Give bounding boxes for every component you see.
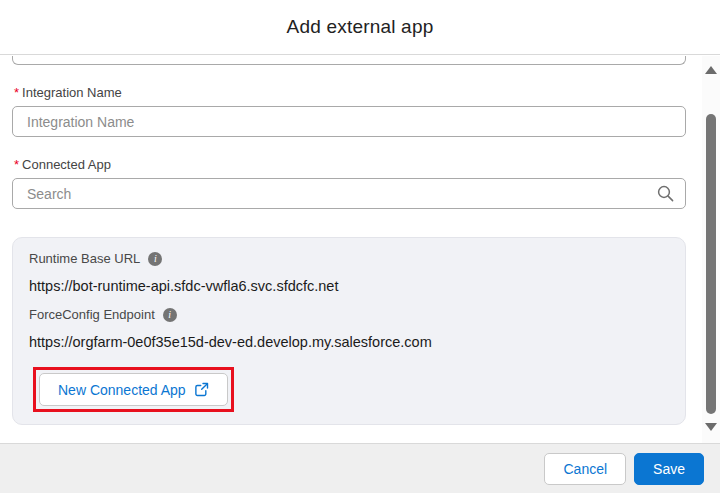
integration-name-label: *Integration Name — [14, 85, 686, 100]
runtime-base-url-value: https://bot-runtime-api.sfdc-vwfla6.svc.… — [29, 278, 669, 294]
connected-app-search-input[interactable] — [12, 178, 686, 209]
dialog-title: Add external app — [287, 16, 434, 38]
scroll-up-icon[interactable] — [705, 66, 717, 74]
dialog-footer: Cancel Save — [0, 443, 720, 493]
connected-app-label: *Connected App — [14, 157, 686, 172]
info-icon[interactable]: i — [148, 252, 162, 266]
vertical-scrollbar[interactable] — [702, 56, 720, 443]
dialog-header: Add external app — [0, 0, 720, 55]
cancel-button[interactable]: Cancel — [544, 453, 626, 485]
integration-name-label-text: Integration Name — [22, 85, 122, 100]
connected-app-info-panel: Runtime Base URL i https://bot-runtime-a… — [12, 237, 686, 425]
scroll-down-icon[interactable] — [705, 423, 717, 431]
forceconfig-endpoint-value: https://orgfarm-0e0f35e15d-dev-ed.develo… — [29, 334, 669, 350]
add-external-app-dialog: Add external app *Integration Name *Conn… — [0, 0, 720, 493]
save-button[interactable]: Save — [634, 453, 704, 485]
new-connected-app-button-label: New Connected App — [58, 382, 186, 398]
required-asterisk: * — [14, 157, 19, 172]
integration-name-input[interactable] — [12, 106, 686, 137]
info-icon[interactable]: i — [163, 308, 177, 322]
forceconfig-endpoint-label: ForceConfig Endpoint — [29, 307, 155, 322]
runtime-base-url-row: Runtime Base URL i — [29, 251, 669, 266]
dialog-body: *Integration Name *Connected App Runtime… — [0, 55, 720, 443]
runtime-base-url-label: Runtime Base URL — [29, 251, 140, 266]
external-link-icon — [194, 382, 209, 397]
forceconfig-endpoint-row: ForceConfig Endpoint i — [29, 307, 669, 322]
new-connected-app-button[interactable]: New Connected App — [39, 373, 228, 406]
required-asterisk: * — [14, 85, 19, 100]
partially-scrolled-input[interactable] — [12, 56, 686, 65]
connected-app-search — [12, 178, 686, 209]
connected-app-label-text: Connected App — [22, 157, 111, 172]
red-highlight-annotation: New Connected App — [33, 367, 234, 412]
scrollbar-thumb[interactable] — [706, 114, 716, 414]
